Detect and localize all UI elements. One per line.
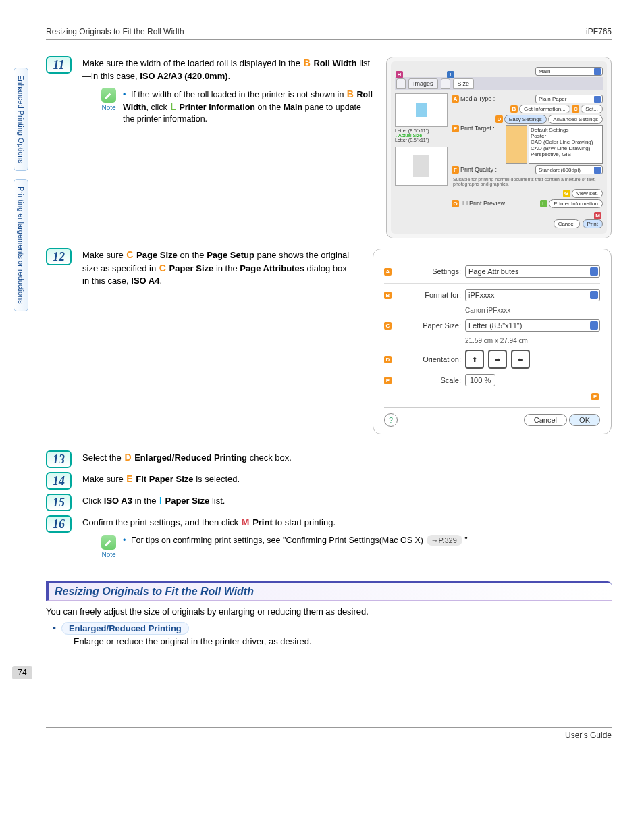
scale-input[interactable]: 100 % — [465, 374, 495, 386]
step-12-text: Make sure C Page Size on the Page Setup … — [82, 249, 360, 287]
step-15-text: Click ISO A3 in the I Paper Size list. — [82, 494, 612, 508]
ok-button[interactable]: OK — [569, 414, 600, 426]
screenshot-page-attributes: A Settings: Page Attributes B Format for… — [373, 249, 612, 434]
format-for-dropdown[interactable]: iPFxxxx — [465, 289, 600, 301]
step-16-note: • For tips on confirming print settings,… — [123, 535, 468, 546]
orientation-portrait[interactable]: ⬆ — [465, 350, 484, 369]
sub-body: Enlarge or reduce the original in the pr… — [74, 636, 312, 646]
step-16-number: 16 — [46, 515, 72, 533]
settings-dropdown[interactable]: Page Attributes — [465, 265, 600, 278]
step-11-text: Make sure the width of the loaded roll i… — [82, 57, 374, 82]
side-tab-1[interactable]: Enhanced Printing Options — [14, 68, 28, 171]
note-icon — [101, 535, 116, 550]
footer-guide: User's Guide — [46, 727, 612, 740]
screenshot-main-pane: Main H Images I Size — [386, 57, 612, 238]
step-16-text: Confirm the print settings, and then cli… — [82, 516, 612, 529]
page-reference-link[interactable]: →P.329 — [427, 535, 462, 546]
step-14-text: Make sure E Fit Paper Size is selected. — [82, 473, 612, 486]
note-icon — [101, 88, 116, 103]
section-intro: You can freely adjust the size of origin… — [46, 606, 612, 617]
step-15-number: 15 — [46, 494, 72, 511]
orientation-reverse[interactable]: ⬅ — [511, 350, 530, 369]
cancel-button[interactable]: Cancel — [524, 414, 567, 426]
note-label: Note — [101, 551, 115, 558]
orientation-landscape[interactable]: ➡ — [488, 350, 507, 369]
step-13-number: 13 — [46, 450, 72, 468]
step-12-number: 12 — [46, 248, 72, 265]
side-tab-2[interactable]: Printing enlargements or reductions — [14, 179, 28, 311]
note-label: Note — [101, 104, 115, 111]
header-left: Resizing Originals to Fit the Roll Width — [46, 27, 184, 36]
paper-size-dropdown[interactable]: Letter (8.5"x11") — [465, 319, 600, 332]
section-heading: Resizing Originals to Fit the Roll Width — [46, 581, 612, 601]
sub-heading: Enlarged/Reduced Printing — [61, 622, 189, 635]
step-11-number: 11 — [46, 56, 72, 74]
step-14-number: 14 — [46, 472, 72, 490]
step-13-text: Select the D Enlarged/Reduced Printing c… — [82, 451, 612, 465]
page-number: 74 — [12, 666, 32, 679]
header-right: iPF765 — [586, 27, 612, 36]
help-button[interactable]: ? — [384, 413, 398, 427]
step-11-note: • If the width of the roll loaded in the… — [123, 88, 374, 125]
